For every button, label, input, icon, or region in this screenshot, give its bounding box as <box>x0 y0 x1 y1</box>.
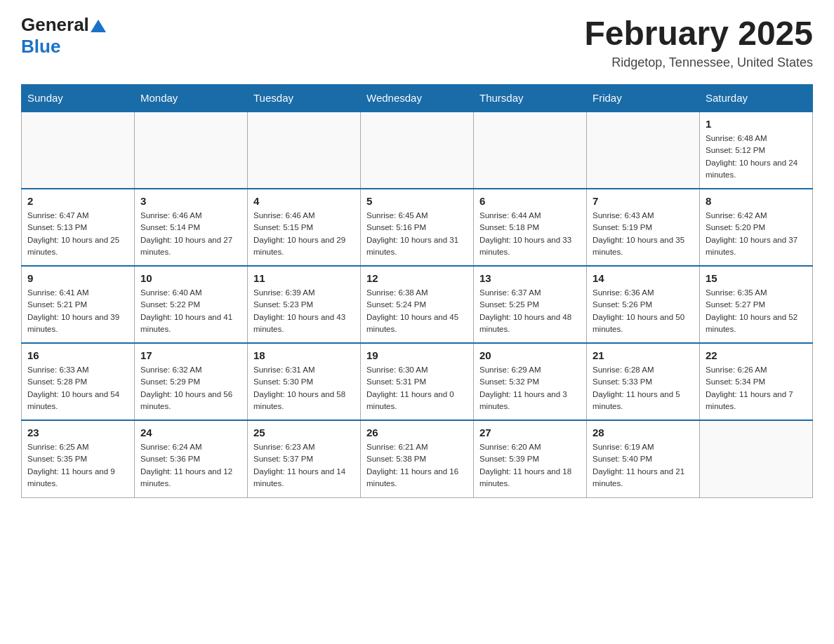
day-number: 28 <box>593 427 694 438</box>
day-info: Sunrise: 6:24 AM Sunset: 5:36 PM Dayligh… <box>140 441 241 490</box>
day-info: Sunrise: 6:44 AM Sunset: 5:18 PM Dayligh… <box>479 210 581 258</box>
day-info: Sunrise: 6:35 AM Sunset: 5:27 PM Dayligh… <box>706 287 807 335</box>
day-number: 5 <box>366 195 468 207</box>
page-header: General Blue February 2025 Ridgetop, Ten… <box>21 14 813 70</box>
day-number: 6 <box>479 195 581 207</box>
day-number: 15 <box>706 272 807 284</box>
calendar-cell: 5Sunrise: 6:45 AM Sunset: 5:16 PM Daylig… <box>361 189 474 266</box>
day-number: 8 <box>706 195 807 207</box>
day-info: Sunrise: 6:20 AM Sunset: 5:39 PM Dayligh… <box>479 441 581 490</box>
calendar-cell: 26Sunrise: 6:21 AM Sunset: 5:38 PM Dayli… <box>361 420 474 497</box>
calendar-week-2: 2Sunrise: 6:47 AM Sunset: 5:13 PM Daylig… <box>22 189 813 266</box>
calendar-cell: 12Sunrise: 6:38 AM Sunset: 5:24 PM Dayli… <box>361 266 474 343</box>
calendar-cell: 2Sunrise: 6:47 AM Sunset: 5:13 PM Daylig… <box>22 189 135 266</box>
calendar-week-5: 23Sunrise: 6:25 AM Sunset: 5:35 PM Dayli… <box>22 420 813 497</box>
day-info: Sunrise: 6:41 AM Sunset: 5:21 PM Dayligh… <box>27 287 128 335</box>
day-number: 20 <box>479 349 581 361</box>
calendar-week-3: 9Sunrise: 6:41 AM Sunset: 5:21 PM Daylig… <box>22 266 813 343</box>
day-number: 7 <box>593 195 694 207</box>
calendar-cell <box>361 112 474 189</box>
calendar-cell <box>587 112 700 189</box>
day-info: Sunrise: 6:38 AM Sunset: 5:24 PM Dayligh… <box>366 287 468 335</box>
calendar-cell: 11Sunrise: 6:39 AM Sunset: 5:23 PM Dayli… <box>248 266 361 343</box>
day-info: Sunrise: 6:46 AM Sunset: 5:15 PM Dayligh… <box>253 210 355 258</box>
day-info: Sunrise: 6:31 AM Sunset: 5:30 PM Dayligh… <box>253 364 355 412</box>
calendar-cell: 15Sunrise: 6:35 AM Sunset: 5:27 PM Dayli… <box>700 266 813 343</box>
day-number: 17 <box>140 349 241 361</box>
logo-blue-text: Blue <box>21 36 60 57</box>
calendar-cell: 19Sunrise: 6:30 AM Sunset: 5:31 PM Dayli… <box>361 343 474 420</box>
calendar-cell <box>248 112 361 189</box>
logo: General Blue <box>21 14 106 58</box>
day-number: 16 <box>27 349 128 361</box>
day-number: 11 <box>253 272 355 284</box>
day-number: 22 <box>706 349 807 361</box>
day-number: 3 <box>140 195 241 207</box>
header-saturday: Saturday <box>700 85 813 112</box>
day-info: Sunrise: 6:40 AM Sunset: 5:22 PM Dayligh… <box>140 287 241 335</box>
calendar-cell: 18Sunrise: 6:31 AM Sunset: 5:30 PM Dayli… <box>248 343 361 420</box>
day-number: 13 <box>479 272 581 284</box>
day-number: 10 <box>140 272 241 284</box>
svg-marker-0 <box>91 20 106 32</box>
day-number: 27 <box>479 427 581 438</box>
calendar-cell: 16Sunrise: 6:33 AM Sunset: 5:28 PM Dayli… <box>22 343 135 420</box>
day-number: 25 <box>253 427 355 438</box>
calendar-cell: 22Sunrise: 6:26 AM Sunset: 5:34 PM Dayli… <box>700 343 813 420</box>
day-info: Sunrise: 6:21 AM Sunset: 5:38 PM Dayligh… <box>366 441 468 490</box>
calendar-cell: 17Sunrise: 6:32 AM Sunset: 5:29 PM Dayli… <box>135 343 248 420</box>
day-info: Sunrise: 6:30 AM Sunset: 5:31 PM Dayligh… <box>366 364 468 412</box>
day-info: Sunrise: 6:42 AM Sunset: 5:20 PM Dayligh… <box>706 210 807 258</box>
day-info: Sunrise: 6:37 AM Sunset: 5:25 PM Dayligh… <box>479 287 581 335</box>
header-tuesday: Tuesday <box>248 85 361 112</box>
calendar-cell <box>474 112 587 189</box>
calendar-cell: 10Sunrise: 6:40 AM Sunset: 5:22 PM Dayli… <box>135 266 248 343</box>
day-info: Sunrise: 6:47 AM Sunset: 5:13 PM Dayligh… <box>27 210 128 258</box>
calendar-cell: 3Sunrise: 6:46 AM Sunset: 5:14 PM Daylig… <box>135 189 248 266</box>
calendar-cell: 24Sunrise: 6:24 AM Sunset: 5:36 PM Dayli… <box>135 420 248 497</box>
calendar-cell: 9Sunrise: 6:41 AM Sunset: 5:21 PM Daylig… <box>22 266 135 343</box>
day-number: 19 <box>366 349 468 361</box>
day-number: 18 <box>253 349 355 361</box>
header-wednesday: Wednesday <box>361 85 474 112</box>
calendar-cell: 8Sunrise: 6:42 AM Sunset: 5:20 PM Daylig… <box>700 189 813 266</box>
day-number: 14 <box>593 272 694 284</box>
weekday-header-row: Sunday Monday Tuesday Wednesday Thursday… <box>22 85 813 112</box>
day-info: Sunrise: 6:25 AM Sunset: 5:35 PM Dayligh… <box>27 441 128 490</box>
day-number: 2 <box>27 195 128 207</box>
calendar-cell: 7Sunrise: 6:43 AM Sunset: 5:19 PM Daylig… <box>587 189 700 266</box>
day-number: 12 <box>366 272 468 284</box>
logo-general-text: General <box>21 14 89 36</box>
day-info: Sunrise: 6:19 AM Sunset: 5:40 PM Dayligh… <box>593 441 694 490</box>
day-number: 23 <box>27 427 128 438</box>
header-friday: Friday <box>587 85 700 112</box>
day-number: 26 <box>366 427 468 438</box>
day-info: Sunrise: 6:45 AM Sunset: 5:16 PM Dayligh… <box>366 210 468 258</box>
calendar-cell <box>700 420 813 497</box>
calendar-week-1: 1Sunrise: 6:48 AM Sunset: 5:12 PM Daylig… <box>22 112 813 189</box>
day-number: 24 <box>140 427 241 438</box>
logo-triangle-icon <box>91 20 106 32</box>
calendar-cell: 1Sunrise: 6:48 AM Sunset: 5:12 PM Daylig… <box>700 112 813 189</box>
day-info: Sunrise: 6:29 AM Sunset: 5:32 PM Dayligh… <box>479 364 581 412</box>
month-title: February 2025 <box>584 14 813 53</box>
calendar-cell: 23Sunrise: 6:25 AM Sunset: 5:35 PM Dayli… <box>22 420 135 497</box>
day-info: Sunrise: 6:39 AM Sunset: 5:23 PM Dayligh… <box>253 287 355 335</box>
calendar-cell: 25Sunrise: 6:23 AM Sunset: 5:37 PM Dayli… <box>248 420 361 497</box>
day-info: Sunrise: 6:43 AM Sunset: 5:19 PM Dayligh… <box>593 210 694 258</box>
day-info: Sunrise: 6:46 AM Sunset: 5:14 PM Dayligh… <box>140 210 241 258</box>
calendar-week-4: 16Sunrise: 6:33 AM Sunset: 5:28 PM Dayli… <box>22 343 813 420</box>
day-info: Sunrise: 6:36 AM Sunset: 5:26 PM Dayligh… <box>593 287 694 335</box>
day-number: 4 <box>253 195 355 207</box>
calendar-cell: 28Sunrise: 6:19 AM Sunset: 5:40 PM Dayli… <box>587 420 700 497</box>
day-number: 1 <box>706 118 807 130</box>
calendar-cell: 14Sunrise: 6:36 AM Sunset: 5:26 PM Dayli… <box>587 266 700 343</box>
day-info: Sunrise: 6:23 AM Sunset: 5:37 PM Dayligh… <box>253 441 355 490</box>
header-monday: Monday <box>135 85 248 112</box>
header-sunday: Sunday <box>22 85 135 112</box>
day-number: 9 <box>27 272 128 284</box>
day-info: Sunrise: 6:26 AM Sunset: 5:34 PM Dayligh… <box>706 364 807 412</box>
day-info: Sunrise: 6:28 AM Sunset: 5:33 PM Dayligh… <box>593 364 694 412</box>
calendar-cell: 20Sunrise: 6:29 AM Sunset: 5:32 PM Dayli… <box>474 343 587 420</box>
calendar-cell <box>22 112 135 189</box>
